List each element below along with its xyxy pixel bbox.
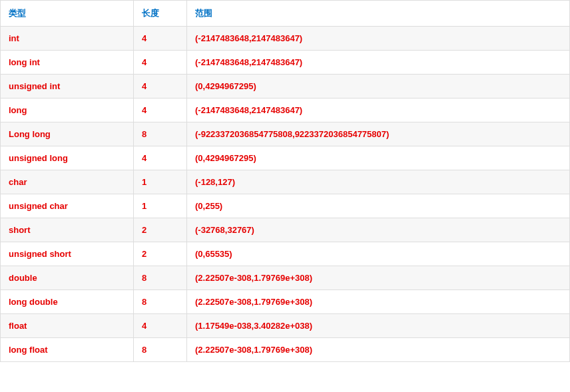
cell-type: unsigned int	[1, 75, 134, 98]
table-row: char1(-128,127)	[1, 170, 570, 194]
cell-length: 4	[134, 75, 187, 98]
table-row: int4(-2147483648,2147483647)	[1, 27, 570, 51]
cell-length: 8	[134, 266, 187, 290]
cell-range: (0,4294967295)	[187, 146, 570, 170]
cell-range: (2.22507e-308,1.79769e+308)	[187, 290, 570, 314]
table-row: short2(-32768,32767)	[1, 218, 570, 242]
table-row: float4(1.17549e-038,3.40282e+038)	[1, 314, 570, 338]
table-row: double8(2.22507e-308,1.79769e+308)	[1, 266, 570, 290]
table-row: unsigned long4(0,4294967295)	[1, 146, 570, 170]
cell-length: 4	[134, 314, 187, 338]
table-row: long double8(2.22507e-308,1.79769e+308)	[1, 290, 570, 314]
cell-type: int	[1, 27, 134, 51]
table-body: int4(-2147483648,2147483647)long int4(-2…	[1, 27, 570, 362]
header-length: 长度	[134, 1, 187, 27]
cell-length: 8	[134, 122, 187, 146]
table-row: long float8(2.22507e-308,1.79769e+308)	[1, 338, 570, 362]
cell-range: (-2147483648,2147483647)	[187, 98, 570, 122]
cell-range: (-2147483648,2147483647)	[187, 27, 570, 51]
cell-range: (-9223372036854775808,922337203685477580…	[187, 122, 570, 146]
cell-length: 8	[134, 338, 187, 362]
table-row: long int4(-2147483648,2147483647)	[1, 51, 570, 75]
cell-type: long float	[1, 338, 134, 362]
table-header-row: 类型 长度 范围	[1, 1, 570, 27]
cell-type: long int	[1, 51, 134, 75]
cell-length: 1	[134, 170, 187, 194]
cell-type: long	[1, 98, 134, 122]
cell-range: (1.17549e-038,3.40282e+038)	[187, 314, 570, 338]
cell-length: 4	[134, 146, 187, 170]
cell-length: 4	[134, 51, 187, 75]
cell-type: unsigned long	[1, 146, 134, 170]
cell-range: (2.22507e-308,1.79769e+308)	[187, 266, 570, 290]
cell-range: (-32768,32767)	[187, 218, 570, 242]
cell-length: 4	[134, 27, 187, 51]
cell-range: (0,255)	[187, 194, 570, 218]
table-row: unsigned short2(0,65535)	[1, 242, 570, 266]
cell-type: long double	[1, 290, 134, 314]
cell-range: (0,4294967295)	[187, 75, 570, 98]
cell-type: Long long	[1, 122, 134, 146]
table-row: Long long8(-9223372036854775808,92233720…	[1, 122, 570, 146]
table-row: long4(-2147483648,2147483647)	[1, 98, 570, 122]
cell-length: 2	[134, 242, 187, 266]
header-range: 范围	[187, 1, 570, 27]
cell-length: 2	[134, 218, 187, 242]
table-row: unsigned int4(0,4294967295)	[1, 75, 570, 98]
cell-length: 8	[134, 290, 187, 314]
cell-type: short	[1, 218, 134, 242]
data-types-table: 类型 长度 范围 int4(-2147483648,2147483647)lon…	[0, 0, 570, 362]
header-type: 类型	[1, 1, 134, 27]
cell-type: float	[1, 314, 134, 338]
cell-range: (2.22507e-308,1.79769e+308)	[187, 338, 570, 362]
cell-type: char	[1, 170, 134, 194]
cell-type: unsigned char	[1, 194, 134, 218]
cell-range: (-2147483648,2147483647)	[187, 51, 570, 75]
cell-length: 4	[134, 98, 187, 122]
cell-range: (0,65535)	[187, 242, 570, 266]
cell-range: (-128,127)	[187, 170, 570, 194]
cell-type: double	[1, 266, 134, 290]
table-row: unsigned char1(0,255)	[1, 194, 570, 218]
cell-type: unsigned short	[1, 242, 134, 266]
cell-length: 1	[134, 194, 187, 218]
